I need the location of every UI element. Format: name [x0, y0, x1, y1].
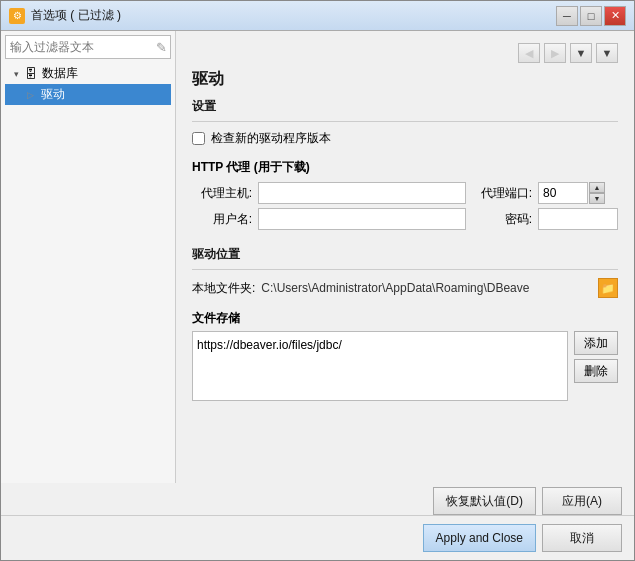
- check-new-driver-row: 检查新的驱动程序版本: [192, 130, 618, 147]
- local-folder-label: 本地文件夹:: [192, 280, 255, 297]
- minimize-button[interactable]: ─: [556, 6, 578, 26]
- storage-action-buttons: 添加 删除: [574, 331, 618, 401]
- nav-menu-button[interactable]: ▼: [596, 43, 618, 63]
- main-panel: ◀ ▶ ▼ ▼ 驱动 设置 检查新的驱动程序版本 HTTP 代理 (用于下载) …: [176, 31, 634, 483]
- driver-location-section: 驱动位置 本地文件夹: C:\Users\Administrator\AppDa…: [192, 246, 618, 298]
- filter-input[interactable]: [5, 35, 171, 59]
- apply-button[interactable]: 应用(A): [542, 487, 622, 515]
- restore-defaults-button[interactable]: 恢复默认值(D): [433, 487, 536, 515]
- content-area: ✎ ▾ 🗄 数据库 ▷ 驱动 ◀ ▶ ▼ ▼: [1, 31, 634, 483]
- settings-divider: [192, 121, 618, 122]
- cancel-button[interactable]: 取消: [542, 524, 622, 552]
- list-item: https://dbeaver.io/files/jdbc/: [197, 336, 563, 354]
- maximize-button[interactable]: □: [580, 6, 602, 26]
- window-controls: ─ □ ✕: [556, 6, 626, 26]
- tree-item-databases[interactable]: ▾ 🗄 数据库: [5, 63, 171, 84]
- port-down-button[interactable]: ▼: [589, 193, 605, 204]
- filter-icon: ✎: [156, 40, 167, 55]
- check-new-driver-label: 检查新的驱动程序版本: [211, 130, 331, 147]
- proxy-port-label: 代理端口:: [472, 185, 532, 202]
- sidebar: ✎ ▾ 🗄 数据库 ▷ 驱动: [1, 31, 176, 483]
- local-folder-row: 本地文件夹: C:\Users\Administrator\AppData\Ro…: [192, 278, 618, 298]
- tree-item-driver[interactable]: ▷ 驱动: [5, 84, 171, 105]
- tree-label-databases: 数据库: [42, 65, 78, 82]
- nav-bar: ◀ ▶ ▼ ▼: [192, 43, 618, 63]
- file-storage-title: 文件存储: [192, 310, 618, 327]
- port-wrap: ▲ ▼: [538, 182, 618, 204]
- proxy-host-label: 代理主机:: [192, 185, 252, 202]
- titlebar: ⚙ 首选项 ( 已过滤 ) ─ □ ✕: [1, 1, 634, 31]
- file-storage-section: 文件存储 https://dbeaver.io/files/jdbc/ 添加 删…: [192, 310, 618, 401]
- nav-dropdown-button[interactable]: ▼: [570, 43, 592, 63]
- nav-forward-button[interactable]: ▶: [544, 43, 566, 63]
- driver-location-title: 驱动位置: [192, 246, 618, 263]
- password-input[interactable]: [538, 208, 618, 230]
- tree-arrow-databases: ▾: [9, 67, 23, 81]
- secondary-actions: 恢复默认值(D) 应用(A): [1, 483, 634, 515]
- http-proxy-title: HTTP 代理 (用于下载): [192, 159, 618, 176]
- app-icon: ⚙: [9, 8, 25, 24]
- close-button[interactable]: ✕: [604, 6, 626, 26]
- username-row: 用户名: 密码:: [192, 208, 618, 230]
- username-input[interactable]: [258, 208, 466, 230]
- add-storage-button[interactable]: 添加: [574, 331, 618, 355]
- tree-label-driver: 驱动: [41, 86, 65, 103]
- filter-wrap: ✎: [5, 35, 171, 59]
- panel-title: 驱动: [192, 69, 618, 90]
- apply-close-button[interactable]: Apply and Close: [423, 524, 536, 552]
- driver-arrow: ▷: [27, 90, 41, 100]
- database-icon: 🗄: [23, 66, 39, 82]
- nav-back-button[interactable]: ◀: [518, 43, 540, 63]
- storage-body: https://dbeaver.io/files/jdbc/ 添加 删除: [192, 331, 618, 401]
- proxy-host-row: 代理主机: 代理端口: ▲ ▼: [192, 182, 618, 204]
- proxy-host-input[interactable]: [258, 182, 466, 204]
- proxy-port-input[interactable]: [538, 182, 588, 204]
- window-title: 首选项 ( 已过滤 ): [31, 7, 556, 24]
- http-proxy-section: HTTP 代理 (用于下载) 代理主机: 代理端口: ▲ ▼ 用户名:: [192, 159, 618, 234]
- preferences-window: ⚙ 首选项 ( 已过滤 ) ─ □ ✕ ✎ ▾ 🗄 数据库 ▷: [0, 0, 635, 561]
- port-up-button[interactable]: ▲: [589, 182, 605, 193]
- local-folder-path: C:\Users\Administrator\AppData\Roaming\D…: [261, 281, 592, 295]
- folder-browse-button[interactable]: 📁: [598, 278, 618, 298]
- location-divider: [192, 269, 618, 270]
- footer: Apply and Close 取消: [1, 515, 634, 560]
- port-spinners: ▲ ▼: [589, 182, 605, 204]
- password-label: 密码:: [472, 211, 532, 228]
- settings-section-title: 设置: [192, 98, 618, 115]
- username-label: 用户名:: [192, 211, 252, 228]
- storage-list: https://dbeaver.io/files/jdbc/: [192, 331, 568, 401]
- check-new-driver-checkbox[interactable]: [192, 132, 205, 145]
- tree-area: ▾ 🗄 数据库 ▷ 驱动: [5, 63, 171, 479]
- delete-storage-button[interactable]: 删除: [574, 359, 618, 383]
